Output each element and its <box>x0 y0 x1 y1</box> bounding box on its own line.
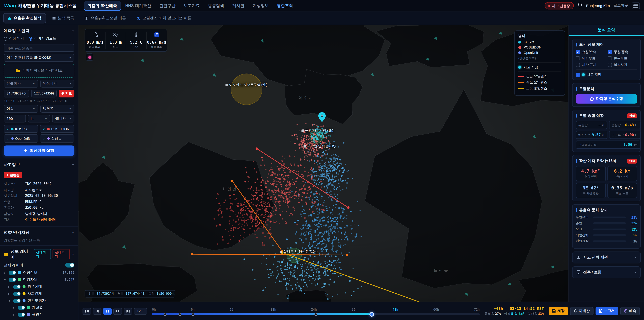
timeline-event-marker[interactable] <box>164 313 166 316</box>
layer-toggle[interactable] <box>8 277 16 281</box>
timeline-tick-6h[interactable]: 6h <box>191 308 195 311</box>
timeline-tick-72h[interactable]: 72h <box>474 308 480 311</box>
scenario-name-input[interactable] <box>4 44 74 52</box>
layer-item-생물종[interactable]: ▶생물종 <box>4 319 74 320</box>
panel-tab-analysis-summary[interactable]: 분석 요약 <box>569 25 644 36</box>
expand-caret-icon[interactable]: ▼ <box>8 299 11 302</box>
spill-point-check-row[interactable]: ✓ 사고 지점 <box>576 70 637 77</box>
nav-item-0[interactable]: 유출유 확산예측 <box>84 1 121 11</box>
nav-item-2[interactable]: 긴급구난 <box>156 1 179 11</box>
owner-insurance-section[interactable]: 선주 / 보험 ▼ <box>572 266 641 278</box>
layer-toggle[interactable] <box>8 271 16 275</box>
incident-status-pill[interactable]: 사고 진행중 <box>545 2 574 10</box>
layer-item-계절별[interactable]: ▶계절별 <box>4 305 74 310</box>
expand-caret-icon[interactable]: ▶ <box>8 285 11 288</box>
timeline-tick-36h[interactable]: 36h <box>352 308 358 311</box>
layers-all-off-button[interactable]: 전체 끄기 <box>52 249 70 259</box>
polygon-analysis-button[interactable]: 다각형 분석수행 <box>576 94 637 104</box>
fast-forward-button[interactable] <box>113 307 122 315</box>
display-check-유향/유속[interactable]: ✓유향/유속 <box>576 50 605 54</box>
layers-all-on-button[interactable]: 전체 켜기 <box>34 249 51 259</box>
step-back-button[interactable] <box>93 307 101 315</box>
run-prediction-button[interactable]: 확산예측 실행 <box>4 145 74 156</box>
latitude-input[interactable] <box>4 90 29 98</box>
collapse-caret-icon[interactable]: ▼ <box>72 29 74 32</box>
layer-item-환경생태[interactable]: ▶환경생태 <box>4 284 74 289</box>
model-chip-KOSPS[interactable]: ✓KOSPS <box>4 125 38 133</box>
pause-button[interactable] <box>103 307 112 315</box>
skip-end-button[interactable] <box>124 307 132 315</box>
timeline-slider[interactable] <box>152 313 480 315</box>
user-name[interactable]: Eunjeong Kim <box>586 4 610 8</box>
layer-toggle[interactable] <box>13 292 20 296</box>
tab-3[interactable]: 오일펜스 배치 알고리즘 이론 <box>132 13 196 23</box>
expand-caret-icon[interactable]: ▶ <box>4 271 6 274</box>
tab-0[interactable]: 유출유 확산분석 <box>3 13 46 23</box>
radio-image-upload[interactable]: 이미지 업로드 <box>29 36 56 41</box>
report-button[interactable]: 보고서 <box>595 307 618 315</box>
timeline-tick-18h[interactable]: 18h <box>270 308 276 311</box>
timeline-event-marker[interactable] <box>178 313 181 316</box>
collapse-caret-icon[interactable]: ▼ <box>72 231 74 234</box>
expand-caret-icon[interactable]: ▶ <box>13 306 16 309</box>
predict-button[interactable]: 예측 <box>620 307 640 315</box>
timeline-event-marker[interactable] <box>314 313 317 316</box>
spill-point-marker[interactable] <box>318 112 326 124</box>
layer-item-민감도평가[interactable]: ▼민감도평가 <box>4 298 74 303</box>
timeline-tick-48h[interactable]: 48h <box>392 308 398 311</box>
oil-type-select[interactable]: 벙커유▼ <box>40 105 74 113</box>
skip-start-button[interactable] <box>82 307 91 315</box>
layer-toggle[interactable] <box>18 305 25 309</box>
timeline-tick-12h[interactable]: 12h <box>230 308 235 311</box>
speed-select[interactable]: 1×▼ <box>134 307 147 315</box>
timeline-tick-60h[interactable]: 60h <box>433 308 439 311</box>
duration-select[interactable]: 48시간▼ <box>52 115 74 123</box>
model-chip-앙상블[interactable]: ✓앙상블 <box>40 134 74 143</box>
display-check-시간 표시[interactable]: 시간 표시 <box>576 62 605 67</box>
unit-select[interactable]: kL▼ <box>28 115 50 123</box>
master-layer-toggle[interactable] <box>65 263 74 267</box>
map[interactable]: 8.9 m/s풍속 (SW)1.8 m파고9.2°C수온0.67 m/s해류 (… <box>78 25 568 301</box>
nav-item-7[interactable]: 통합조회 <box>273 1 297 11</box>
image-dropzone[interactable]: 이미지 파일을 선택하세요 <box>4 64 74 78</box>
timeline-event-marker[interactable] <box>192 313 194 316</box>
display-check-풍향/풍속[interactable]: ✓풍향/풍속 <box>608 50 637 54</box>
release-mode-select[interactable]: 연속▼ <box>4 105 38 113</box>
tab-1[interactable]: 분석 목록 <box>48 13 79 23</box>
layer-item-해안선[interactable]: ▶해안선 <box>4 312 74 317</box>
timeline-handle[interactable] <box>369 312 374 316</box>
layer-item-사회경제[interactable]: ▶사회경제 <box>4 291 74 296</box>
nav-item-3[interactable]: 보고자료 <box>180 1 204 11</box>
timeline-tick-24h[interactable]: 24h <box>311 308 317 311</box>
amount-input[interactable] <box>4 115 26 123</box>
nav-item-1[interactable]: HNS·대기확산 <box>122 1 155 11</box>
display-check-예인부표[interactable]: 예인부표 <box>576 56 605 61</box>
menu-button[interactable] <box>632 3 640 9</box>
expand-caret-icon[interactable]: ▶ <box>8 292 11 295</box>
incident-select[interactable]: 여수 유조선 충돌 (INC-0042) ▼ <box>4 54 74 62</box>
pick-on-map-button[interactable]: 지도 <box>59 90 74 98</box>
expand-caret-icon[interactable]: ▼ <box>4 278 6 281</box>
layer-toggle[interactable] <box>18 312 25 316</box>
spill-marker-tool-button[interactable] <box>86 53 93 61</box>
ship-spec-section[interactable]: 사고 선박 제원 ▼ <box>572 251 641 263</box>
model-chip-POSEIDON[interactable]: ✓POSEIDON <box>40 125 74 133</box>
save-button[interactable]: 저장 <box>549 307 568 315</box>
nav-item-6[interactable]: 기상정보 <box>249 1 272 11</box>
model-chip-OpenDrift[interactable]: ✓OpenDrift <box>4 134 38 143</box>
nav-item-4[interactable]: 항공탐색 <box>204 1 228 11</box>
collapse-caret-icon[interactable]: ▼ <box>72 163 74 166</box>
timeline-tick-0h[interactable]: 0h <box>152 308 156 311</box>
layer-item-어장정보[interactable]: ▶어장정보17,129 <box>4 270 74 275</box>
notification-bell-icon[interactable] <box>578 2 582 10</box>
longitude-input[interactable] <box>31 90 57 98</box>
layer-toggle[interactable] <box>13 284 20 289</box>
logout-button[interactable]: 로그아웃 <box>614 3 628 8</box>
recalc-button[interactable]: 재계산 <box>570 307 593 315</box>
collapse-caret-icon[interactable]: ▼ <box>72 253 74 255</box>
brand[interactable]: Wing 해양환경 위기대응 통합시스템 <box>4 3 76 9</box>
display-check-인공부표[interactable]: 인공부표 <box>608 56 637 61</box>
spill-company-select[interactable]: 유출회사▼ <box>4 80 38 88</box>
expected-time-select[interactable]: 예상시각▼ <box>40 80 74 88</box>
expand-caret-icon[interactable]: ▶ <box>13 313 16 316</box>
